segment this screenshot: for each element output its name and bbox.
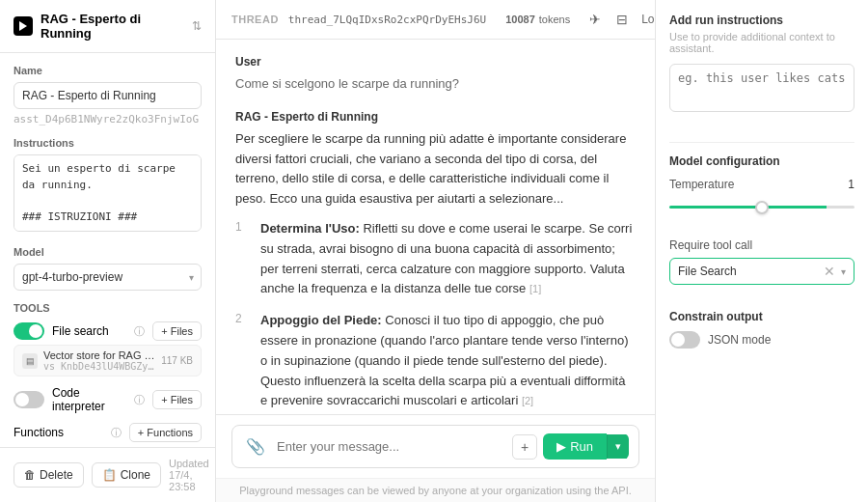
file-search-toggle[interactable]: [14, 322, 44, 340]
tool-select-dropdown-button[interactable]: ▾: [841, 266, 846, 277]
constrain-output-section: Constrain output JSON mode: [669, 300, 854, 349]
code-interpreter-tool: Code interpreter ⓘ + Files: [14, 386, 202, 413]
logs-button[interactable]: Logs ⊡: [641, 13, 656, 26]
assistant-intro-text: Per scegliere le scarpe da running più a…: [235, 129, 636, 209]
code-interpreter-toggle[interactable]: [14, 391, 44, 408]
file-search-tool: File search ⓘ + Files ▤ Vector store for…: [14, 321, 202, 376]
model-config-title: Model configuration: [669, 154, 854, 168]
user-author-label: User: [235, 55, 636, 69]
require-tool-section: Require tool call File Search ✕ ▾: [669, 238, 854, 285]
save-icon-button[interactable]: ⊟: [614, 10, 630, 29]
item-content-2: Appoggio del Piede: Conosci il tuo tipo …: [260, 311, 636, 411]
clone-button[interactable]: 📋 Clone: [92, 462, 161, 488]
run-instructions-input[interactable]: [669, 64, 854, 112]
sidebar-toggle-icon[interactable]: ⇅: [192, 19, 202, 33]
chat-header: THREAD thread_7LQqIDxsRo2cxPQrDyEHsJ6U 1…: [216, 0, 655, 40]
clone-label: Clone: [121, 468, 150, 482]
tools-label: TOOLS: [14, 302, 202, 314]
svg-marker-0: [19, 21, 27, 31]
delete-icon: 🗑: [24, 468, 36, 482]
thread-label: THREAD: [231, 14, 279, 25]
instructions-input[interactable]: Sei un esperto di scarpe da running. ###…: [14, 154, 202, 232]
run-button-group: ▶ Run ▾: [543, 433, 629, 460]
functions-label: Functions: [14, 426, 103, 439]
vector-store-size: 117 KB: [161, 355, 193, 366]
code-interpreter-info-icon[interactable]: ⓘ: [134, 393, 145, 407]
updated-text: Updated 17/4, 23:58: [169, 458, 209, 492]
model-label: Model: [14, 246, 202, 258]
vector-store-name: Vector store for RAG - Esperto d...: [43, 349, 155, 361]
sidebar: RAG - Esperto di Running ⇅ Name asst_D4p…: [0, 0, 216, 502]
tokens-label: tokens: [539, 14, 570, 25]
assistant-numbered-list: 1 Determina l'Uso: Rifletti su dove e co…: [235, 219, 636, 414]
temperature-slider-container: [669, 197, 854, 211]
clone-icon: 📋: [102, 468, 117, 482]
run-button[interactable]: ▶ Run: [543, 433, 607, 460]
send-area: + ▶ Run ▾: [512, 433, 629, 460]
instructions-label: Instructions: [14, 137, 202, 149]
model-select[interactable]: gpt-4-turbo-preview gpt-4o gpt-3.5-turbo: [14, 264, 202, 291]
assistant-name-input[interactable]: [14, 82, 202, 109]
file-search-label: File search: [52, 324, 126, 338]
code-interpreter-row: Code interpreter ⓘ + Files: [14, 386, 202, 413]
vector-store-id: vs_KnbDe43lU4WBGZyEap2OM41N3: [43, 361, 155, 372]
chat-area: THREAD thread_7LQqIDxsRo2cxPQrDyEHsJ6U 1…: [216, 0, 656, 502]
name-label: Name: [14, 65, 202, 76]
json-mode-label: JSON mode: [708, 333, 771, 347]
model-select-wrapper: gpt-4-turbo-preview gpt-4o gpt-3.5-turbo…: [14, 264, 202, 291]
chat-input-row: 📎 + ▶ Run ▾: [231, 425, 639, 468]
json-mode-row: JSON mode: [669, 331, 854, 349]
require-tool-label: Require tool call: [669, 238, 854, 252]
vector-store-icon: ▤: [22, 353, 38, 369]
app-logo: [14, 16, 33, 36]
code-interpreter-label: Code interpreter: [52, 386, 126, 413]
right-panel: Add run instructions Use to provide addi…: [656, 0, 868, 502]
add-run-instructions-subtitle: Use to provide additional context to ass…: [669, 31, 854, 54]
temperature-label: Temperature: [669, 178, 734, 191]
temperature-row: Temperature 1: [669, 178, 854, 191]
code-interpreter-files-button[interactable]: + Files: [152, 390, 202, 409]
tool-select-wrapper[interactable]: File Search ✕ ▾: [669, 258, 854, 285]
tool-select-clear-button[interactable]: ✕: [824, 264, 835, 279]
run-icon: ▶: [556, 439, 566, 454]
assistant-id: asst_D4p6B1NWyre2zQko3FnjwIoG: [14, 113, 202, 126]
run-label: Run: [570, 439, 593, 454]
json-mode-toggle[interactable]: [669, 331, 700, 349]
file-search-info-icon[interactable]: ⓘ: [134, 324, 145, 339]
list-item: 1 Determina l'Uso: Rifletti su dove e co…: [235, 219, 636, 299]
temperature-value: 1: [848, 178, 854, 191]
functions-add-button[interactable]: + Functions: [129, 423, 202, 442]
item-num-1: 1: [235, 219, 251, 299]
tokens-info: 10087 tokens: [505, 14, 570, 25]
item-num-2: 2: [235, 311, 251, 411]
file-search-row: File search ⓘ + Files: [14, 321, 202, 341]
logs-label: Logs: [641, 13, 656, 26]
vector-store-item: ▤ Vector store for RAG - Esperto d... vs…: [14, 345, 202, 376]
run-instructions-section: Add run instructions Use to provide addi…: [669, 14, 854, 115]
file-search-files-button[interactable]: + Files: [152, 321, 202, 341]
temperature-slider[interactable]: [669, 206, 854, 209]
thread-id: thread_7LQqIDxsRo2cxPQrDyEHsJ6U: [288, 14, 486, 26]
model-config-section: Model configuration Temperature 1: [669, 154, 854, 223]
functions-row: Functions ⓘ + Functions: [14, 423, 202, 442]
send-icon-button[interactable]: ✈: [587, 10, 603, 29]
header-icons: ✈ ⊟ Logs ⊡: [587, 10, 656, 29]
chat-message-input[interactable]: [277, 439, 504, 454]
run-dropdown-button[interactable]: ▾: [607, 434, 629, 459]
delete-label: Delete: [40, 468, 73, 482]
tool-select-value: File Search: [678, 265, 818, 278]
attach-button[interactable]: 📎: [242, 435, 269, 458]
list-item: 2 Appoggio del Piede: Conosci il tuo tip…: [235, 311, 636, 411]
chat-input-area: 📎 + ▶ Run ▾: [216, 414, 655, 478]
sidebar-title: RAG - Esperto di Running: [41, 12, 184, 41]
delete-button[interactable]: 🗑 Delete: [14, 462, 84, 488]
user-message-text: Come si scelgono le scarpe da running?: [235, 74, 636, 95]
add-message-button[interactable]: +: [512, 434, 537, 460]
assistant-author-label: RAG - Esperto di Running: [235, 110, 636, 124]
chat-footer-note: Playground messages can be viewed by any…: [216, 478, 655, 502]
tokens-count: 10087: [505, 14, 535, 25]
chat-messages: User Come si scelgono le scarpe da runni…: [216, 40, 655, 414]
constrain-output-label: Constrain output: [669, 310, 854, 323]
functions-info-icon[interactable]: ⓘ: [111, 426, 122, 440]
item-content-1: Determina l'Uso: Rifletti su dove e come…: [260, 219, 636, 299]
